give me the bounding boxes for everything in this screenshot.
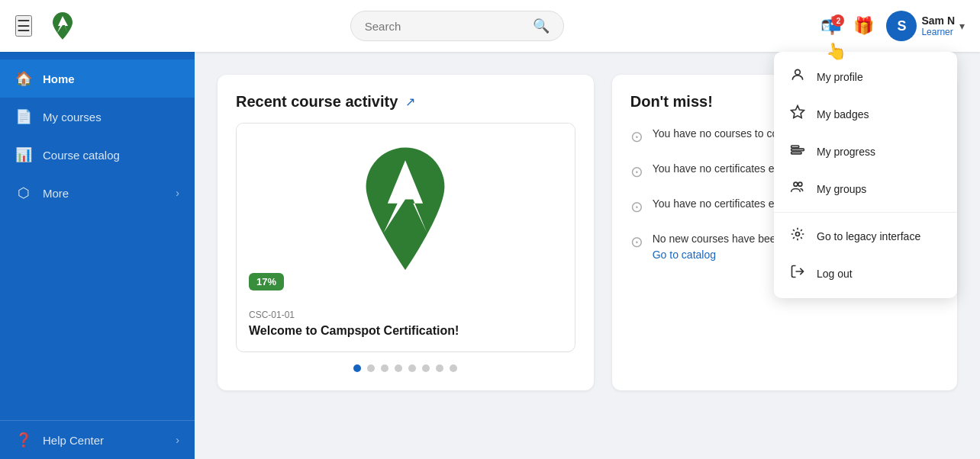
dropdown-item-label: My badges [817,108,869,120]
progress-icon [789,142,806,161]
search-input[interactable] [365,20,525,33]
avatar: S [886,11,917,41]
more-icon: ⬡ [15,185,32,201]
svg-point-2 [795,69,801,75]
slide-dots [236,364,575,372]
dropdown-item-logout[interactable]: Log out [774,255,957,292]
card-header: Recent course activity ↗ [236,93,575,111]
recent-activity-title: Recent course activity [236,93,398,111]
dropdown-item-legacy[interactable]: Go to legacy interface [774,217,957,255]
dropdown-item-label: My profile [817,71,863,83]
sidebar-item-help[interactable]: ❓ Help Center › [15,432,179,448]
dropdown-item-my-groups[interactable]: My groups [774,170,957,207]
gift-icon: 🎁 [853,16,874,35]
course-name: Welcome to Campspot Certification! [249,323,563,339]
svg-rect-5 [791,152,801,154]
logout-icon [789,264,806,283]
dropdown-item-my-progress[interactable]: My progress [774,133,957,170]
sidebar-item-more[interactable]: ⬡ More › [0,174,195,212]
svg-point-6 [794,182,798,186]
user-info: Sam N Learner [921,14,955,37]
dot-1[interactable] [353,364,361,372]
chevron-down-icon: ▾ [959,20,965,32]
dot-6[interactable] [422,364,430,372]
search-bar: 🔍 [350,11,564,41]
header-right: 📬 2 🎁 S Sam N Learner ▾ [820,11,965,41]
sidebar-item-label: More [43,187,165,200]
legacy-icon [789,226,806,246]
dropdown-item-label: Go to legacy interface [817,230,920,242]
svg-point-8 [796,233,800,236]
user-menu-trigger[interactable]: S Sam N Learner ▾ [886,11,965,41]
circle-arrow-icon-4: ⊙ [630,233,643,251]
dropdown-item-my-profile[interactable]: My profile [774,58,957,95]
help-icon: ❓ [15,432,32,448]
dropdown-item-label: My groups [817,183,866,195]
header: ☰ 🔍 📬 2 🎁 S Sam N Learner ▾ [0,0,980,52]
catalog-link[interactable]: Go to catalog [653,249,716,261]
sidebar-bottom: ❓ Help Center › [0,420,195,459]
progress-badge: 17% [249,273,284,290]
sidebar-nav: 🏠 Home 📄 My courses 📊 Course catalog ⬡ M… [0,59,195,420]
course-thumbnail [337,143,474,280]
user-role: Learner [921,27,955,37]
help-label: Help Center [43,434,165,447]
courses-icon: 📄 [15,108,32,125]
recent-activity-card: Recent course activity ↗ CSC-01-01 Welco… [218,75,594,390]
home-icon: 🏠 [15,70,32,87]
chevron-right-icon: › [176,434,179,446]
sidebar-item-course-catalog[interactable]: 📊 Course catalog [0,136,195,174]
hamburger-button[interactable]: ☰ [15,15,32,37]
dot-4[interactable] [395,364,402,372]
sidebar-item-home[interactable]: 🏠 Home [0,59,195,98]
notification-badge: 2 [832,14,844,27]
dot-8[interactable] [450,364,457,372]
sidebar-item-label: Course catalog [43,149,179,162]
dot-5[interactable] [408,364,416,372]
dot-3[interactable] [381,364,388,372]
svg-rect-3 [791,149,804,151]
course-info: CSC-01-01 Welcome to Campspot Certificat… [237,299,575,351]
dropdown-divider [774,212,957,213]
sidebar: 🏠 Home 📄 My courses 📊 Course catalog ⬡ M… [0,52,195,459]
sidebar-item-my-courses[interactable]: 📄 My courses [0,98,195,136]
user-dropdown-menu: My profile My badges My progress My grou… [774,52,957,298]
course-slide[interactable]: CSC-01-01 Welcome to Campspot Certificat… [236,123,575,352]
profile-icon [789,67,806,86]
search-container: 🔍 [93,11,820,41]
course-code: CSC-01-01 [249,310,563,320]
circle-arrow-icon-1: ⊙ [630,127,643,146]
app-logo [47,11,78,41]
dropdown-item-label: Log out [817,268,853,280]
course-image [237,124,575,299]
dot-2[interactable] [367,364,375,372]
search-button[interactable]: 🔍 [533,18,550,34]
external-link-icon[interactable]: ↗ [405,95,415,109]
svg-point-7 [798,182,802,186]
dropdown-item-my-badges[interactable]: My badges [774,95,957,133]
notification-button[interactable]: 📬 2 [820,16,841,36]
catalog-icon: 📊 [15,146,32,163]
dot-7[interactable] [436,364,443,372]
gift-button[interactable]: 🎁 [853,16,874,36]
chevron-right-icon: › [176,187,179,199]
groups-icon [789,179,806,198]
dropdown-item-label: My progress [817,146,875,158]
sidebar-item-label: Home [43,72,179,85]
sidebar-item-label: My courses [43,111,179,124]
circle-arrow-icon-2: ⊙ [630,162,643,181]
header-logo: ☰ [15,11,78,41]
svg-rect-4 [791,146,799,148]
user-name: Sam N [921,14,955,27]
circle-arrow-icon-3: ⊙ [630,197,643,216]
badge-icon [789,104,806,124]
